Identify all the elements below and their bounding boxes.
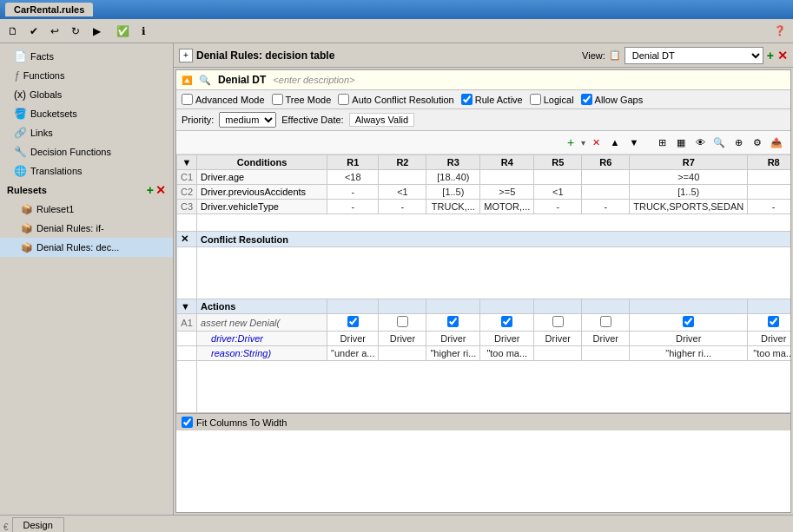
run-button[interactable]: ▶ [87, 22, 106, 41]
logical-checkbox[interactable] [530, 94, 541, 105]
allow-gaps-checkbox[interactable] [581, 94, 592, 105]
a1-driver-r7[interactable]: Driver [630, 332, 748, 346]
a1-reason-r1[interactable]: "under a... [327, 346, 379, 361]
c1-r1[interactable]: <18 [327, 170, 379, 185]
allow-gaps-checkbox-label[interactable]: Allow Gaps [581, 94, 644, 105]
table2-button[interactable]: ▦ [672, 134, 690, 151]
expand-icon[interactable]: + [179, 49, 193, 62]
a1-reason-r5[interactable] [534, 346, 582, 361]
a1-r4-check[interactable] [480, 314, 534, 332]
rule-active-checkbox[interactable] [461, 94, 472, 105]
action-driver-label[interactable]: driver:Driver [197, 332, 327, 346]
fit-columns-checkbox[interactable] [182, 417, 193, 428]
forward-button[interactable]: ↻ [66, 22, 85, 41]
info-button[interactable]: ℹ [134, 22, 153, 41]
move-up-button[interactable]: ▲ [606, 134, 624, 151]
dt-description[interactable]: <enter description> [273, 75, 354, 85]
c3-r2[interactable]: - [379, 200, 426, 214]
rule-active-checkbox-label[interactable]: Rule Active [461, 94, 523, 105]
sidebar-item-ruleset1[interactable]: 📦 Ruleset1 [0, 200, 173, 219]
sidebar-item-decision-functions[interactable]: 🔧 Decision Functions [0, 142, 173, 161]
tree-mode-checkbox[interactable] [272, 94, 283, 105]
c3-r3[interactable]: TRUCK,... [426, 200, 480, 214]
a1-r2-check[interactable] [379, 314, 426, 332]
search-icon[interactable]: 🔍 [199, 75, 211, 86]
c3-r8[interactable]: - [748, 200, 790, 214]
c1-r4[interactable] [480, 170, 534, 185]
c3-r4[interactable]: MOTOR,... [480, 200, 534, 214]
design-tab[interactable]: Design [12, 517, 64, 532]
sidebar-item-bucketsets[interactable]: 🪣 Bucketsets [0, 104, 173, 123]
expand2-button[interactable]: ⊕ [730, 134, 747, 151]
c2-r5[interactable]: <1 [534, 185, 582, 200]
a1-reason-r8[interactable]: "too ma... [748, 346, 790, 361]
new-button[interactable]: 🗋 [3, 22, 23, 41]
a1-r8-check[interactable] [748, 314, 790, 332]
table-button[interactable]: ⊞ [653, 134, 671, 151]
settings-button[interactable]: ⚙ [749, 134, 766, 151]
view-select[interactable]: Denial DT [624, 47, 763, 64]
a1-driver-r1[interactable]: Driver [327, 332, 379, 346]
c1-r8[interactable] [748, 170, 790, 185]
logical-checkbox-label[interactable]: Logical [530, 94, 574, 105]
sidebar-item-denial-rules-dec[interactable]: 📦 Denial Rules: dec... [0, 238, 173, 257]
c2-r7[interactable]: [1..5) [630, 185, 748, 200]
c1-r6[interactable] [582, 170, 630, 185]
c3-r5[interactable]: - [534, 200, 582, 214]
priority-select[interactable]: lowmediumhigh [219, 112, 276, 128]
a1-reason-r3[interactable]: "higher ri... [426, 346, 480, 361]
zoom-button[interactable]: 🔍 [710, 134, 728, 151]
delete-col-button[interactable]: ✕ [587, 134, 605, 151]
file-tab[interactable]: CarRental.rules [5, 3, 93, 16]
c2-r1[interactable]: - [327, 185, 379, 200]
c3-r1[interactable]: - [327, 200, 379, 214]
advanced-mode-checkbox-label[interactable]: Advanced Mode [182, 94, 265, 105]
a1-r7-check[interactable] [630, 314, 748, 332]
add-ruleset-button[interactable]: + [147, 183, 154, 197]
add-view-button[interactable]: + [767, 49, 774, 62]
sidebar-item-links[interactable]: 🔗 Links [0, 123, 173, 142]
back-button[interactable]: ↩ [45, 22, 64, 41]
a1-driver-r2[interactable]: Driver [379, 332, 426, 346]
c3-r6[interactable]: - [582, 200, 630, 214]
c1-r3[interactable]: [18..40) [426, 170, 480, 185]
a1-r6-check[interactable] [582, 314, 630, 332]
a1-driver-r3[interactable]: Driver [426, 332, 480, 346]
condition-name-c3[interactable]: Driver.vehicleType [197, 200, 327, 214]
c2-r8[interactable] [748, 185, 790, 200]
help-button[interactable]: ❓ [770, 22, 790, 41]
a1-driver-r4[interactable]: Driver [480, 332, 534, 346]
a1-r1-check[interactable] [327, 314, 379, 332]
a1-reason-r2[interactable] [379, 346, 426, 361]
auto-conflict-checkbox[interactable] [338, 94, 349, 105]
a1-r3-check[interactable] [426, 314, 480, 332]
c2-r4[interactable]: >=5 [480, 185, 534, 200]
c3-r7[interactable]: TRUCK,SPORTS,SEDAN [630, 200, 748, 214]
condition-name-c2[interactable]: Driver.previousAccidents [197, 185, 327, 200]
c2-r2[interactable]: <1 [379, 185, 426, 200]
save-button[interactable]: ✔ [24, 22, 43, 41]
action-name-a1[interactable]: assert new Denial( [197, 314, 327, 332]
sidebar-item-globals[interactable]: (x) Globals [0, 85, 173, 104]
auto-conflict-checkbox-label[interactable]: Auto Conflict Resolution [338, 94, 453, 105]
a1-r5-check[interactable] [534, 314, 582, 332]
export-button[interactable]: 📤 [768, 134, 785, 151]
c1-r7[interactable]: >=40 [630, 170, 748, 185]
move-down-button[interactable]: ▼ [625, 134, 643, 151]
a1-driver-r5[interactable]: Driver [534, 332, 582, 346]
sidebar-item-functions[interactable]: ƒ Functions [0, 66, 173, 85]
delete-view-button[interactable]: ✕ [777, 49, 788, 62]
action-reason-label[interactable]: reason:String) [197, 346, 327, 361]
delete-ruleset-button[interactable]: ✕ [155, 183, 166, 197]
a1-reason-r4[interactable]: "too ma... [480, 346, 534, 361]
sidebar-item-translations[interactable]: 🌐 Translations [0, 161, 173, 181]
sidebar-item-facts[interactable]: 📄 Facts [0, 47, 173, 66]
dt-collapse-icon[interactable]: 🔼 [182, 76, 192, 85]
c2-r3[interactable]: [1..5) [426, 185, 480, 200]
a1-reason-r6[interactable] [582, 346, 630, 361]
c1-r2[interactable] [379, 170, 426, 185]
validate-button[interactable]: ✅ [113, 22, 132, 41]
c2-r6[interactable] [582, 185, 630, 200]
condition-name-c1[interactable]: Driver.age [197, 170, 327, 185]
a1-driver-r8[interactable]: Driver [748, 332, 790, 346]
